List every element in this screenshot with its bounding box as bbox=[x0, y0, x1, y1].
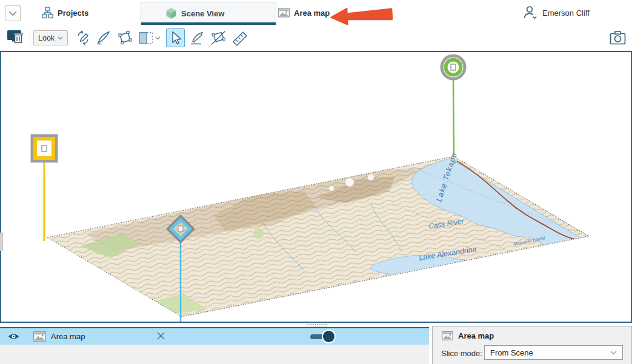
plane-handle-square[interactable] bbox=[32, 136, 56, 241]
header-bar: Projects Scene View Area map bbox=[0, 0, 632, 25]
draw-polyline-button[interactable] bbox=[208, 28, 227, 47]
scene-toolbar: Look bbox=[0, 25, 632, 51]
clear-scene-icon bbox=[7, 29, 25, 47]
area-map-icon bbox=[278, 8, 290, 18]
projects-label: Projects bbox=[58, 8, 88, 18]
properties-panel: Area map Slice mode: From Scene bbox=[432, 326, 632, 364]
scene-cube-icon bbox=[165, 7, 177, 19]
projects-icon bbox=[42, 7, 53, 19]
user-icon bbox=[522, 5, 538, 21]
projects-button[interactable]: Projects bbox=[42, 5, 88, 20]
slice-mode-value: From Scene bbox=[490, 348, 533, 357]
side-panel-grip[interactable] bbox=[0, 233, 3, 251]
look-dropdown[interactable]: Look bbox=[33, 30, 68, 45]
opacity-slider-handle[interactable] bbox=[323, 331, 334, 342]
properties-title: Area map bbox=[458, 331, 494, 340]
visibility-toggle-button[interactable] bbox=[8, 333, 19, 340]
camera-icon bbox=[610, 30, 626, 45]
annotation-arrow bbox=[329, 5, 393, 26]
eye-icon bbox=[8, 333, 19, 340]
user-menu[interactable]: Emerson Cliff bbox=[522, 5, 590, 21]
chevron-down-icon bbox=[610, 351, 617, 355]
area-map-3d-plane bbox=[47, 156, 589, 317]
moving-plane-icon bbox=[116, 30, 133, 46]
draw-polyline-icon bbox=[210, 30, 227, 46]
tab-scene-view[interactable]: Scene View bbox=[141, 2, 276, 25]
select-tool-button[interactable] bbox=[166, 28, 185, 47]
plane-handle-circle[interactable] bbox=[442, 56, 465, 156]
slicer-tool-button[interactable] bbox=[94, 28, 113, 47]
area-map-icon bbox=[442, 331, 453, 340]
slice-display-mode-button[interactable] bbox=[136, 28, 163, 47]
shape-list-row-area-map[interactable]: Area map bbox=[0, 328, 429, 345]
tab-area-map[interactable]: Area map bbox=[278, 5, 330, 20]
slice-mode-select[interactable]: From Scene bbox=[484, 345, 623, 360]
application-window: Projects Scene View Area map bbox=[0, 0, 632, 364]
draw-slicer-line-icon bbox=[75, 30, 91, 46]
select-cursor-icon bbox=[167, 30, 184, 46]
screenshot-button[interactable] bbox=[608, 28, 627, 47]
draw-line-button[interactable] bbox=[187, 28, 206, 47]
draw-slicer-line-button[interactable] bbox=[73, 28, 92, 47]
chevron-down-icon bbox=[58, 36, 63, 40]
ruler-icon bbox=[231, 30, 248, 47]
shape-row-label: Area map bbox=[51, 332, 85, 341]
remove-from-scene-button[interactable] bbox=[156, 331, 165, 340]
moving-plane-button[interactable] bbox=[115, 28, 134, 47]
look-dropdown-label: Look bbox=[38, 34, 55, 42]
user-name: Emerson Cliff bbox=[542, 8, 590, 18]
collapse-panel-button[interactable] bbox=[5, 5, 21, 21]
ruler-button[interactable] bbox=[230, 28, 249, 47]
chevron-down-icon bbox=[8, 11, 17, 16]
clear-scene-button[interactable] bbox=[5, 28, 27, 47]
slicer-tool-icon bbox=[95, 30, 111, 46]
scene-viewport[interactable]: Lake Tekapo Cass River Lake Alexandrina … bbox=[0, 51, 632, 323]
draw-line-icon bbox=[188, 30, 205, 46]
shape-list-panel: Area map bbox=[0, 327, 429, 364]
tab-area-map-label: Area map bbox=[294, 8, 330, 18]
slice-mode-label: Slice mode: bbox=[441, 349, 482, 358]
scene-3d-view: Lake Tekapo Cass River Lake Alexandrina … bbox=[1, 52, 631, 322]
area-map-icon bbox=[33, 331, 46, 342]
slice-display-mode-icon bbox=[138, 30, 162, 46]
panel-splitter-grip[interactable] bbox=[306, 323, 328, 326]
toolbar-separator bbox=[30, 30, 30, 47]
tab-scene-view-label: Scene View bbox=[181, 9, 224, 18]
close-icon bbox=[156, 331, 165, 340]
